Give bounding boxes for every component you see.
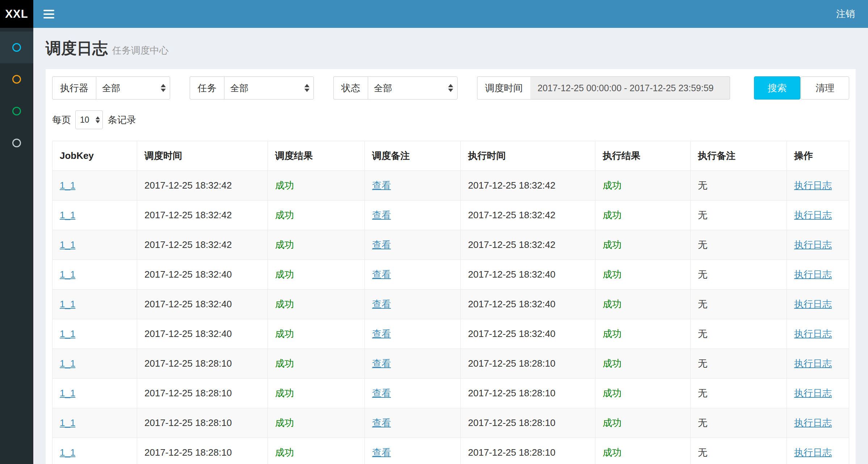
page-size-select[interactable]: 10: [75, 110, 103, 129]
trigger-result-cell: 成功: [268, 260, 365, 290]
handle-result-cell: 成功: [595, 230, 691, 260]
page-size-suffix: 条记录: [108, 114, 136, 126]
handle-result-cell: 成功: [595, 171, 691, 201]
jobkey-link[interactable]: 1_1: [60, 299, 75, 309]
jobkey-link[interactable]: 1_1: [60, 447, 75, 458]
trigger-result-cell: 成功: [268, 201, 365, 230]
trigger-time-cell: 2017-12-25 18:28:10: [137, 379, 268, 408]
main-content: 调度日志任务调度中心 执行器 全部 任务 全部: [33, 0, 868, 464]
exec-log-link[interactable]: 执行日志: [794, 358, 832, 369]
jobkey-link[interactable]: 1_1: [60, 328, 75, 339]
jobkey-link[interactable]: 1_1: [60, 239, 75, 250]
jobkey-cell: 1_1: [52, 349, 137, 379]
jobkey-link[interactable]: 1_1: [60, 269, 75, 280]
exec-log-link[interactable]: 执行日志: [794, 239, 832, 250]
action-cell: 执行日志: [787, 408, 849, 438]
trigger-time-cell: 2017-12-25 18:28:10: [137, 349, 268, 379]
top-navbar: XXL 注销: [0, 0, 868, 28]
sidebar-item-4[interactable]: [0, 127, 33, 159]
trigger-result-cell: 成功: [268, 230, 365, 260]
jobkey-link[interactable]: 1_1: [60, 358, 75, 369]
header-handle-result: 执行结果: [595, 141, 691, 171]
exec-log-link[interactable]: 执行日志: [794, 447, 832, 458]
clear-button[interactable]: 清理: [801, 76, 849, 100]
logout-link[interactable]: 注销: [836, 8, 855, 20]
exec-log-link[interactable]: 执行日志: [794, 210, 832, 220]
jobkey-link[interactable]: 1_1: [60, 388, 75, 398]
handle-result-cell: 成功: [595, 290, 691, 319]
trigger-msg-cell: 查看: [365, 290, 461, 319]
circle-icon: [12, 75, 21, 84]
table-row: 1_1 2017-12-25 18:32:40 成功 查看 2017-12-25…: [52, 260, 849, 290]
exec-log-link[interactable]: 执行日志: [794, 269, 832, 280]
handle-result-cell: 成功: [595, 349, 691, 379]
header-handle-time: 执行时间: [461, 141, 595, 171]
view-msg-link[interactable]: 查看: [372, 239, 391, 250]
sidebar-toggle-icon[interactable]: [43, 10, 54, 18]
content-box: 执行器 全部 任务 全部 状态: [46, 69, 856, 464]
trigger-msg-cell: 查看: [365, 349, 461, 379]
view-msg-link[interactable]: 查看: [372, 388, 391, 398]
jobkey-link[interactable]: 1_1: [60, 180, 75, 191]
view-msg-link[interactable]: 查看: [372, 328, 391, 339]
table-body: 1_1 2017-12-25 18:32:42 成功 查看 2017-12-25…: [52, 171, 849, 464]
handle-msg-cell: 无: [691, 201, 787, 230]
executor-filter-label: 执行器: [52, 76, 96, 100]
handle-time-cell: 2017-12-25 18:32:40: [461, 319, 595, 349]
jobkey-cell: 1_1: [52, 438, 137, 464]
view-msg-link[interactable]: 查看: [372, 269, 391, 280]
search-button[interactable]: 搜索: [754, 76, 800, 100]
page-size-prefix: 每页: [52, 114, 71, 126]
view-msg-link[interactable]: 查看: [372, 417, 391, 428]
jobkey-link[interactable]: 1_1: [60, 210, 75, 220]
jobkey-link[interactable]: 1_1: [60, 417, 75, 428]
exec-log-link[interactable]: 执行日志: [794, 417, 832, 428]
header-trigger-result: 调度结果: [268, 141, 365, 171]
job-select[interactable]: 全部: [224, 76, 314, 100]
executor-select[interactable]: 全部: [96, 76, 170, 100]
trigger-time-label: 调度时间: [477, 76, 530, 100]
trigger-msg-cell: 查看: [365, 201, 461, 230]
handle-msg-cell: 无: [691, 230, 787, 260]
sidebar-item-2[interactable]: [0, 63, 33, 95]
handle-time-cell: 2017-12-25 18:32:42: [461, 230, 595, 260]
status-select[interactable]: 全部: [368, 76, 458, 100]
handle-msg-cell: 无: [691, 408, 787, 438]
exec-log-link[interactable]: 执行日志: [794, 180, 832, 191]
table-header-row: JobKey 调度时间 调度结果 调度备注 执行时间 执行结果 执行备注 操作: [52, 141, 849, 171]
exec-log-link[interactable]: 执行日志: [794, 388, 832, 398]
table-row: 1_1 2017-12-25 18:28:10 成功 查看 2017-12-25…: [52, 349, 849, 379]
app-logo-text: XXL: [5, 8, 28, 21]
view-msg-link[interactable]: 查看: [372, 299, 391, 309]
table-row: 1_1 2017-12-25 18:32:42 成功 查看 2017-12-25…: [52, 201, 849, 230]
trigger-result-cell: 成功: [268, 379, 365, 408]
executor-filter-group: 执行器 全部: [52, 76, 170, 100]
status-filter-group: 状态 全部: [333, 76, 458, 100]
jobkey-cell: 1_1: [52, 201, 137, 230]
handle-msg-cell: 无: [691, 171, 787, 201]
jobkey-cell: 1_1: [52, 379, 137, 408]
handle-time-cell: 2017-12-25 18:32:42: [461, 201, 595, 230]
trigger-time-filter-group: 调度时间: [477, 76, 730, 100]
circle-icon: [12, 43, 21, 52]
view-msg-link[interactable]: 查看: [372, 447, 391, 458]
trigger-result-cell: 成功: [268, 438, 365, 464]
status-filter-label: 状态: [333, 76, 368, 100]
trigger-result-cell: 成功: [268, 319, 365, 349]
exec-log-link[interactable]: 执行日志: [794, 328, 832, 339]
sidebar-item-1[interactable]: [0, 31, 33, 63]
table-row: 1_1 2017-12-25 18:32:40 成功 查看 2017-12-25…: [52, 290, 849, 319]
time-range-input[interactable]: [530, 76, 730, 100]
view-msg-link[interactable]: 查看: [372, 358, 391, 369]
view-msg-link[interactable]: 查看: [372, 210, 391, 220]
app-logo[interactable]: XXL: [0, 0, 33, 28]
view-msg-link[interactable]: 查看: [372, 180, 391, 191]
handle-time-cell: 2017-12-25 18:32:40: [461, 290, 595, 319]
table-row: 1_1 2017-12-25 18:28:10 成功 查看 2017-12-25…: [52, 408, 849, 438]
sidebar-item-3[interactable]: [0, 95, 33, 127]
header-trigger-time: 调度时间: [137, 141, 268, 171]
handle-msg-cell: 无: [691, 349, 787, 379]
sidebar: [0, 28, 33, 464]
exec-log-link[interactable]: 执行日志: [794, 299, 832, 309]
jobkey-cell: 1_1: [52, 408, 137, 438]
